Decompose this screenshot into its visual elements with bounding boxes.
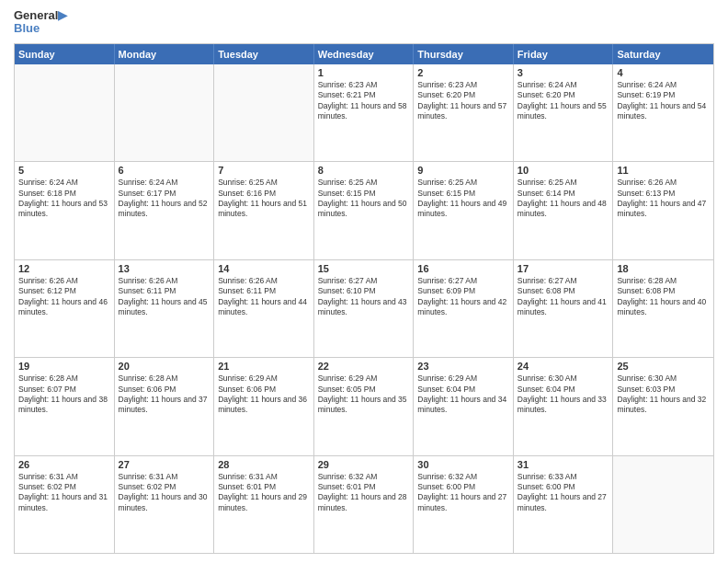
day-number: 3 <box>518 67 609 78</box>
table-row: 1Sunrise: 6:23 AM Sunset: 6:21 PM Daylig… <box>314 64 415 161</box>
day-number: 15 <box>318 263 410 274</box>
table-row: 31Sunrise: 6:33 AM Sunset: 6:00 PM Dayli… <box>514 456 614 553</box>
table-row: 28Sunrise: 6:31 AM Sunset: 6:01 PM Dayli… <box>214 456 314 553</box>
day-number: 6 <box>119 165 210 176</box>
cell-info: Sunrise: 6:25 AM Sunset: 6:14 PM Dayligh… <box>518 178 609 220</box>
day-number: 22 <box>318 361 410 372</box>
week-row-1: 1Sunrise: 6:23 AM Sunset: 6:21 PM Daylig… <box>15 64 713 162</box>
cell-info: Sunrise: 6:30 AM Sunset: 6:03 PM Dayligh… <box>617 373 710 416</box>
day-number: 1 <box>318 67 410 78</box>
table-row: 20Sunrise: 6:28 AM Sunset: 6:06 PM Dayli… <box>115 358 215 454</box>
logo-general: General▶ <box>14 9 67 22</box>
table-row: 11Sunrise: 6:26 AM Sunset: 6:13 PM Dayli… <box>613 162 713 259</box>
cell-info: Sunrise: 6:27 AM Sunset: 6:08 PM Dayligh… <box>518 276 609 318</box>
day-number: 7 <box>218 165 310 176</box>
cell-info: Sunrise: 6:24 AM Sunset: 6:17 PM Dayligh… <box>119 178 210 220</box>
day-number: 16 <box>417 263 509 274</box>
day-number: 4 <box>617 67 710 78</box>
table-row: 29Sunrise: 6:32 AM Sunset: 6:01 PM Dayli… <box>314 456 415 553</box>
table-row: 15Sunrise: 6:27 AM Sunset: 6:10 PM Dayli… <box>314 260 415 357</box>
calendar: SundayMondayTuesdayWednesdayThursdayFrid… <box>14 43 714 554</box>
day-number: 29 <box>318 459 410 470</box>
cell-info: Sunrise: 6:29 AM Sunset: 6:05 PM Dayligh… <box>318 373 410 416</box>
cell-info: Sunrise: 6:32 AM Sunset: 6:00 PM Dayligh… <box>417 472 509 514</box>
table-row <box>115 64 215 161</box>
day-number: 9 <box>417 165 509 176</box>
cell-info: Sunrise: 6:28 AM Sunset: 6:07 PM Dayligh… <box>18 373 110 416</box>
cell-info: Sunrise: 6:23 AM Sunset: 6:21 PM Dayligh… <box>318 80 410 122</box>
header-day-sunday: Sunday <box>15 44 115 64</box>
table-row: 23Sunrise: 6:29 AM Sunset: 6:04 PM Dayli… <box>414 358 514 454</box>
cell-info: Sunrise: 6:26 AM Sunset: 6:13 PM Dayligh… <box>617 178 710 220</box>
week-row-2: 5Sunrise: 6:24 AM Sunset: 6:18 PM Daylig… <box>15 162 713 259</box>
table-row: 26Sunrise: 6:31 AM Sunset: 6:02 PM Dayli… <box>15 456 115 553</box>
day-number: 26 <box>18 459 110 470</box>
table-row: 22Sunrise: 6:29 AM Sunset: 6:05 PM Dayli… <box>314 358 415 454</box>
cell-info: Sunrise: 6:24 AM Sunset: 6:20 PM Dayligh… <box>518 80 609 122</box>
day-number: 14 <box>218 263 310 274</box>
day-number: 11 <box>617 165 710 176</box>
table-row <box>214 64 314 161</box>
table-row: 13Sunrise: 6:26 AM Sunset: 6:11 PM Dayli… <box>115 260 215 357</box>
table-row: 14Sunrise: 6:26 AM Sunset: 6:11 PM Dayli… <box>214 260 314 357</box>
table-row <box>15 64 115 161</box>
day-number: 31 <box>518 459 609 470</box>
table-row: 12Sunrise: 6:26 AM Sunset: 6:12 PM Dayli… <box>15 260 115 357</box>
day-number: 20 <box>119 361 210 372</box>
table-row: 17Sunrise: 6:27 AM Sunset: 6:08 PM Dayli… <box>514 260 614 357</box>
cell-info: Sunrise: 6:28 AM Sunset: 6:06 PM Dayligh… <box>119 373 210 416</box>
cell-info: Sunrise: 6:26 AM Sunset: 6:11 PM Dayligh… <box>218 276 310 318</box>
table-row: 25Sunrise: 6:30 AM Sunset: 6:03 PM Dayli… <box>613 358 713 454</box>
cell-info: Sunrise: 6:25 AM Sunset: 6:15 PM Dayligh… <box>318 178 410 220</box>
cell-info: Sunrise: 6:25 AM Sunset: 6:16 PM Dayligh… <box>218 178 310 220</box>
cell-info: Sunrise: 6:24 AM Sunset: 6:18 PM Dayligh… <box>18 178 110 220</box>
day-number: 27 <box>119 459 210 470</box>
header-day-friday: Friday <box>514 44 614 64</box>
page: General▶ Blue SundayMondayTuesdayWednesd… <box>0 0 728 563</box>
table-row: 21Sunrise: 6:29 AM Sunset: 6:06 PM Dayli… <box>214 358 314 454</box>
header: General▶ Blue <box>14 9 714 36</box>
day-number: 12 <box>18 263 110 274</box>
cell-info: Sunrise: 6:27 AM Sunset: 6:10 PM Dayligh… <box>318 276 410 318</box>
table-row <box>613 456 713 553</box>
table-row: 10Sunrise: 6:25 AM Sunset: 6:14 PM Dayli… <box>514 162 614 259</box>
day-number: 5 <box>18 165 110 176</box>
day-number: 21 <box>218 361 310 372</box>
cell-info: Sunrise: 6:33 AM Sunset: 6:00 PM Dayligh… <box>518 472 609 514</box>
table-row: 27Sunrise: 6:31 AM Sunset: 6:02 PM Dayli… <box>115 456 215 553</box>
day-number: 28 <box>218 459 310 470</box>
calendar-header: SundayMondayTuesdayWednesdayThursdayFrid… <box>15 44 713 64</box>
table-row: 3Sunrise: 6:24 AM Sunset: 6:20 PM Daylig… <box>514 64 614 161</box>
cell-info: Sunrise: 6:27 AM Sunset: 6:09 PM Dayligh… <box>417 276 509 318</box>
cell-info: Sunrise: 6:31 AM Sunset: 6:02 PM Dayligh… <box>119 472 210 514</box>
table-row: 2Sunrise: 6:23 AM Sunset: 6:20 PM Daylig… <box>414 64 514 161</box>
cell-info: Sunrise: 6:29 AM Sunset: 6:06 PM Dayligh… <box>218 373 310 416</box>
day-number: 24 <box>518 361 609 372</box>
week-row-3: 12Sunrise: 6:26 AM Sunset: 6:12 PM Dayli… <box>15 260 713 358</box>
cell-info: Sunrise: 6:30 AM Sunset: 6:04 PM Dayligh… <box>518 373 609 416</box>
cell-info: Sunrise: 6:26 AM Sunset: 6:12 PM Dayligh… <box>18 276 110 318</box>
cell-info: Sunrise: 6:25 AM Sunset: 6:15 PM Dayligh… <box>417 178 509 220</box>
week-row-5: 26Sunrise: 6:31 AM Sunset: 6:02 PM Dayli… <box>15 456 713 553</box>
table-row: 9Sunrise: 6:25 AM Sunset: 6:15 PM Daylig… <box>414 162 514 259</box>
cell-info: Sunrise: 6:31 AM Sunset: 6:01 PM Dayligh… <box>218 472 310 514</box>
day-number: 2 <box>417 67 509 78</box>
day-number: 17 <box>518 263 609 274</box>
cell-info: Sunrise: 6:26 AM Sunset: 6:11 PM Dayligh… <box>119 276 210 318</box>
table-row: 7Sunrise: 6:25 AM Sunset: 6:16 PM Daylig… <box>214 162 314 259</box>
table-row: 24Sunrise: 6:30 AM Sunset: 6:04 PM Dayli… <box>514 358 614 454</box>
header-day-thursday: Thursday <box>414 44 514 64</box>
week-row-4: 19Sunrise: 6:28 AM Sunset: 6:07 PM Dayli… <box>15 358 713 455</box>
table-row: 30Sunrise: 6:32 AM Sunset: 6:00 PM Dayli… <box>414 456 514 553</box>
calendar-body: 1Sunrise: 6:23 AM Sunset: 6:21 PM Daylig… <box>15 64 713 553</box>
header-day-saturday: Saturday <box>613 44 713 64</box>
day-number: 10 <box>518 165 609 176</box>
header-day-tuesday: Tuesday <box>214 44 314 64</box>
header-day-wednesday: Wednesday <box>314 44 415 64</box>
day-number: 8 <box>318 165 410 176</box>
day-number: 25 <box>617 361 710 372</box>
table-row: 16Sunrise: 6:27 AM Sunset: 6:09 PM Dayli… <box>414 260 514 357</box>
table-row: 8Sunrise: 6:25 AM Sunset: 6:15 PM Daylig… <box>314 162 415 259</box>
day-number: 23 <box>417 361 509 372</box>
cell-info: Sunrise: 6:31 AM Sunset: 6:02 PM Dayligh… <box>18 472 110 514</box>
